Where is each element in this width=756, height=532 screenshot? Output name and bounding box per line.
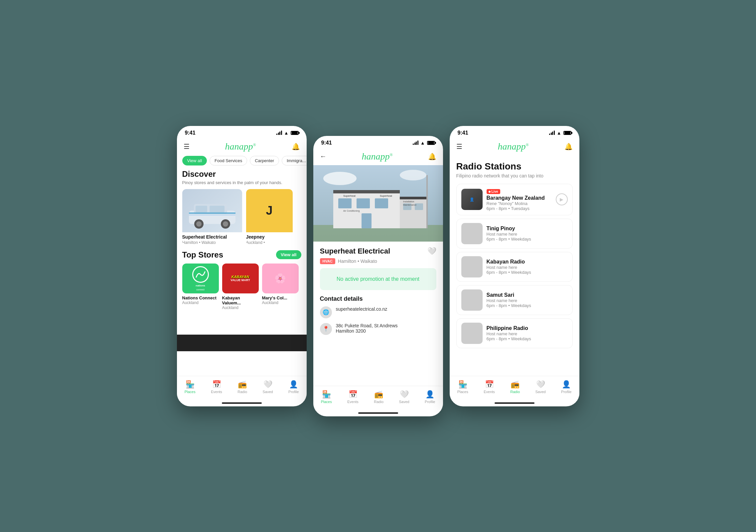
places-icon-left: 🏪 <box>186 380 195 389</box>
nav-events-right[interactable]: 📅 Events <box>480 379 499 394</box>
view-all-stores-button[interactable]: View all <box>276 250 301 259</box>
store-hero-image: Superheat Air Conditioning Superheat Ins… <box>313 165 443 242</box>
back-button[interactable]: ← <box>320 153 327 160</box>
profile-icon-left: 👤 <box>289 380 298 389</box>
nav-saved-left[interactable]: 🤍 Saved <box>258 379 277 394</box>
signal-icon <box>276 131 282 135</box>
store-logo-nc: nations connect <box>182 264 219 293</box>
bell-icon-middle[interactable]: 🔔 <box>428 153 436 160</box>
nav-events-middle[interactable]: 📅 Events <box>343 389 363 404</box>
hvac-badge: HVAC <box>320 258 335 264</box>
phone-middle: 9:41 ▲ ← hanapp® 🔔 <box>313 136 443 416</box>
store-city-kv: Auckland <box>222 305 259 310</box>
nav-profile-middle[interactable]: 👤 Profile <box>421 389 439 404</box>
nav-radio-right[interactable]: 📻 Radio <box>506 379 524 394</box>
radio-thumb-barangay: 👤 <box>461 189 483 210</box>
detail-content: Superheat Electrical 🤍 HVAC Hamilton • W… <box>313 242 443 386</box>
live-badge: Live <box>487 189 500 194</box>
category-immigra[interactable]: Immigra... <box>282 156 307 165</box>
radio-name-kabayan: Kabayan Radio <box>487 259 568 265</box>
svg-point-11 <box>323 172 357 185</box>
nav-places-right[interactable]: 🏪 Places <box>453 379 472 394</box>
card-name-superheat: Superheat Electrical <box>182 232 242 240</box>
bell-icon-right[interactable]: 🔔 <box>564 143 573 151</box>
radio-card-philippine[interactable]: Philippine Radio Host name here 6pm - 8p… <box>456 318 573 348</box>
radio-name-barangay: Barangay New Zealand <box>487 195 552 201</box>
discover-card-superheat[interactable]: Superheat Electrical Hamilton • Waikato <box>182 189 242 245</box>
category-carpenter[interactable]: Carpenter <box>250 156 279 165</box>
contact-avatar-web: 🌐 <box>320 306 332 318</box>
signal-icon-right <box>549 131 555 135</box>
svg-text:Superheat: Superheat <box>380 194 392 197</box>
nav-saved-middle[interactable]: 🤍 Saved <box>395 389 413 404</box>
store-card-nations-connect[interactable]: nations connect Nations Connect Auckland <box>182 264 219 310</box>
store-name-mc: Mary's Col... <box>262 295 299 300</box>
store-card-marys[interactable]: 🌸 Mary's Col... Auckland <box>262 264 299 310</box>
radio-time-philippine: 6pm - 8pm • Weekdays <box>487 336 568 341</box>
nav-radio-left[interactable]: 📻 Radio <box>233 379 251 394</box>
radio-thumb-kabayan <box>461 256 483 277</box>
bell-icon-left[interactable]: 🔔 <box>292 143 300 151</box>
nav-saved-right[interactable]: 🤍 Saved <box>531 379 549 394</box>
svg-point-7 <box>223 221 228 227</box>
app-logo-middle: hanapp® <box>362 151 392 162</box>
store-card-kabayan[interactable]: KABAYAN VALUE MART Kabayan Valuem... Auc… <box>222 264 259 310</box>
discover-card-jeepney[interactable]: J Jeepney Auckland • <box>246 189 293 245</box>
svg-text:Installation: Installation <box>403 200 414 203</box>
svg-rect-20 <box>375 198 388 208</box>
saved-icon-right: 🤍 <box>536 380 545 389</box>
card-loc-superheat: Hamilton • Waikato <box>182 240 242 245</box>
status-icons-right: ▲ <box>549 130 571 136</box>
radio-content: Radio Stations Filipino radio network th… <box>450 156 579 376</box>
wifi-icon-middle: ▲ <box>420 140 425 146</box>
radio-card-kabayan[interactable]: Kabayan Radio Host name here 6pm - 8pm •… <box>456 252 573 282</box>
battery-icon <box>291 131 299 135</box>
status-bar-middle: 9:41 ▲ <box>313 136 443 149</box>
signal-icon-middle <box>413 141 418 145</box>
radio-icon-middle: 📻 <box>374 390 383 399</box>
category-view-all[interactable]: View all <box>182 156 207 165</box>
radio-card-tinig[interactable]: Tinig Pinoy Host name here 6pm - 8pm • W… <box>456 219 573 249</box>
nav-events-left[interactable]: 📅 Events <box>207 379 226 394</box>
home-indicator-middle <box>358 412 398 414</box>
discover-grid: Superheat Electrical Hamilton • Waikato … <box>177 189 307 250</box>
discover-title: Discover <box>177 169 307 180</box>
svg-rect-3 <box>210 206 225 212</box>
status-bar-right: 9:41 ▲ <box>450 126 579 139</box>
radio-subtitle: Filipino radio network that you can tap … <box>456 173 573 178</box>
contact-address-value: 38c Pukete Road, St Andrews Hamilton 320… <box>336 323 398 334</box>
play-button-barangay[interactable]: ▶ <box>556 193 568 205</box>
battery-icon-middle <box>427 141 435 145</box>
store-logo-mc: 🌸 <box>262 264 299 293</box>
radio-info-tinig: Tinig Pinoy Host name here 6pm - 8pm • W… <box>487 226 568 242</box>
detail-badges-row: HVAC Hamilton • Waikato <box>320 258 436 264</box>
svg-text:Air Conditioning: Air Conditioning <box>343 210 360 212</box>
nav-places-left[interactable]: 🏪 Places <box>181 379 200 394</box>
favorite-button[interactable]: 🤍 <box>427 247 436 256</box>
nav-places-middle[interactable]: 🏪 Places <box>317 389 336 404</box>
svg-rect-16 <box>333 190 400 193</box>
app-logo-right: hanapp® <box>498 141 529 152</box>
store-logo-kv: KABAYAN VALUE MART <box>222 264 259 293</box>
dark-bar <box>177 335 307 351</box>
svg-rect-2 <box>196 206 207 212</box>
radio-time-kabayan: 6pm - 8pm • Weekdays <box>487 270 568 275</box>
radio-card-samut[interactable]: Samut Sari Host name here 6pm - 8pm • We… <box>456 285 573 315</box>
nav-profile-right[interactable]: 👤 Profile <box>557 379 575 394</box>
contact-website-value: superheatelectrical.co.nz <box>336 306 387 312</box>
promotion-box: No active promotion at the moment <box>320 268 436 290</box>
svg-text:Maintenance: Maintenance <box>403 204 416 206</box>
card-loc-jeepney: Auckland • <box>246 240 293 245</box>
menu-icon-right[interactable]: ☰ <box>456 143 462 151</box>
nav-radio-middle[interactable]: 📻 Radio <box>370 389 387 404</box>
globe-icon: 🌐 <box>323 309 329 315</box>
svg-point-12 <box>400 170 426 180</box>
radio-card-barangay[interactable]: 👤 Live Barangay New Zealand Rene "Nonoy"… <box>456 184 573 216</box>
menu-icon[interactable]: ☰ <box>184 143 190 151</box>
radio-thumb-philippine <box>461 323 483 344</box>
radio-icon-right: 📻 <box>511 380 520 389</box>
radio-host-kabayan: Host name here <box>487 265 568 270</box>
store-detail-location: Hamilton • Waikato <box>338 259 377 264</box>
category-food-services[interactable]: Food Services <box>210 156 247 165</box>
nav-profile-left[interactable]: 👤 Profile <box>284 379 303 394</box>
